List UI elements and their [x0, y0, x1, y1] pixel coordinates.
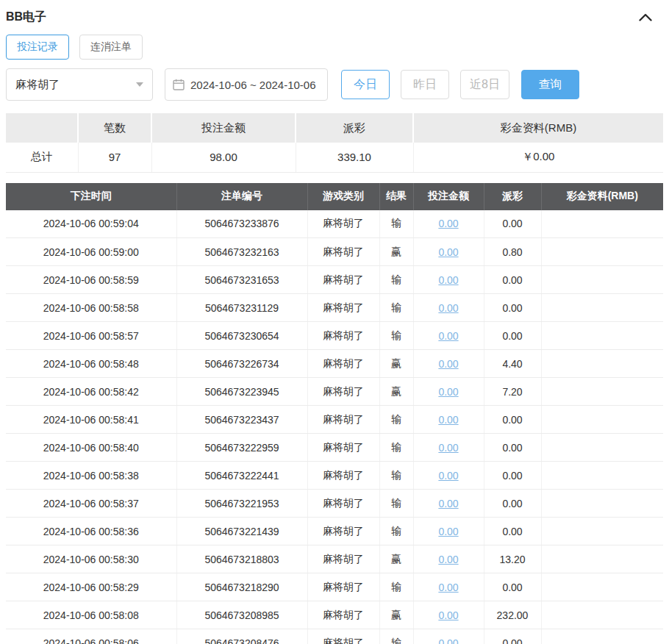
result-cell: 赢	[379, 601, 413, 629]
result-cell: 输	[379, 294, 413, 322]
column-header: 结果	[379, 183, 413, 210]
column-header: 投注金额	[413, 183, 484, 210]
bonus-cell	[541, 573, 663, 601]
result-cell: 输	[379, 406, 413, 434]
collapse-button[interactable]	[637, 8, 654, 26]
result-cell: 赢	[379, 545, 413, 573]
payout-cell: 0.80	[484, 238, 541, 266]
bet-time-cell: 2024-10-06 00:58:58	[6, 294, 176, 322]
bet-amount-link[interactable]: 0.00	[438, 330, 458, 342]
bet-amount-cell: 0.00	[413, 406, 484, 434]
bet-time-cell: 2024-10-06 00:59:04	[6, 210, 176, 238]
game-type-cell: 麻将胡了	[307, 434, 379, 462]
order-id-cell: 5064673223945	[176, 378, 307, 406]
bet-amount-cell: 0.00	[413, 518, 484, 545]
order-id-cell: 5064673208985	[176, 601, 307, 629]
bet-time-cell: 2024-10-06 00:58:06	[6, 629, 176, 644]
bet-amount-cell: 0.00	[413, 378, 484, 406]
column-header: 注单编号	[176, 183, 307, 210]
game-type-cell: 麻将胡了	[307, 629, 379, 644]
bet-amount-cell: 0.00	[413, 629, 484, 644]
result-cell: 赢	[379, 350, 413, 378]
bet-time-cell: 2024-10-06 00:58:29	[6, 573, 176, 601]
game-type-cell: 麻将胡了	[307, 210, 379, 238]
bet-amount-link[interactable]: 0.00	[438, 246, 458, 258]
table-row: 2024-10-06 00:58:585064673231129麻将胡了输0.0…	[6, 294, 663, 322]
table-row: 2024-10-06 00:58:375064673221953麻将胡了输0.0…	[6, 490, 663, 518]
game-type-cell: 麻将胡了	[307, 238, 379, 266]
summary-bet-amount: 98.00	[151, 143, 296, 172]
tab-bet-records[interactable]: 投注记录	[6, 35, 69, 60]
bet-amount-cell: 0.00	[413, 545, 484, 573]
game-type-selected-value: 麻将胡了	[15, 78, 60, 92]
column-header: 彩金资料(RMB)	[413, 113, 663, 143]
payout-cell: 0.00	[484, 406, 541, 434]
bet-amount-link[interactable]: 0.00	[438, 414, 458, 426]
table-row: 2024-10-06 00:58:085064673208985麻将胡了赢0.0…	[6, 601, 663, 629]
column-header: 派彩	[296, 113, 413, 143]
payout-cell: 4.40	[484, 350, 541, 378]
bet-amount-link[interactable]: 0.00	[438, 582, 458, 593]
table-row: 2024-10-06 00:58:595064673231653麻将胡了输0.0…	[6, 266, 663, 294]
last-8-days-button[interactable]: 近8日	[460, 70, 509, 99]
table-row: 2024-10-06 00:58:295064673218290麻将胡了输0.0…	[6, 573, 663, 601]
game-type-select[interactable]: 麻将胡了	[6, 68, 153, 101]
bet-amount-cell: 0.00	[413, 490, 484, 518]
bonus-cell	[541, 350, 663, 378]
bet-amount-link[interactable]: 0.00	[438, 358, 458, 370]
bonus-cell	[541, 238, 663, 266]
bet-time-cell: 2024-10-06 00:58:38	[6, 462, 176, 490]
table-row: 2024-10-06 00:58:485064673226734麻将胡了赢0.0…	[6, 350, 663, 378]
table-row: 2024-10-06 00:59:005064673232163麻将胡了赢0.0…	[6, 238, 663, 266]
column-header: 下注时间	[6, 183, 176, 210]
bet-amount-link[interactable]: 0.00	[438, 470, 458, 482]
summary-header-row: 笔数投注金额派彩彩金资料(RMB)	[6, 113, 663, 143]
bet-amount-link[interactable]: 0.00	[438, 526, 458, 537]
tab-bar: 投注记录 连消注单	[6, 35, 663, 60]
game-type-cell: 麻将胡了	[307, 406, 379, 434]
game-type-cell: 麻将胡了	[307, 294, 379, 322]
game-type-cell: 麻将胡了	[307, 462, 379, 490]
today-button[interactable]: 今日	[341, 70, 390, 99]
bet-amount-link[interactable]: 0.00	[438, 386, 458, 398]
payout-cell: 0.00	[484, 322, 541, 350]
bet-amount-link[interactable]: 0.00	[438, 498, 458, 509]
order-id-cell: 5064673222959	[176, 434, 307, 462]
calendar-icon	[173, 79, 185, 90]
table-row: 2024-10-06 00:58:405064673222959麻将胡了输0.0…	[6, 434, 663, 462]
bet-amount-link[interactable]: 0.00	[438, 442, 458, 454]
date-range-input[interactable]: 2024-10-06 ~ 2024-10-06	[165, 68, 328, 101]
bet-amount-cell: 0.00	[413, 573, 484, 601]
bonus-cell	[541, 629, 663, 644]
table-body: 2024-10-06 00:59:045064673233876麻将胡了输0.0…	[6, 210, 663, 644]
bet-time-cell: 2024-10-06 00:58:08	[6, 601, 176, 629]
summary-bonus: ￥0.00	[413, 143, 663, 172]
bet-time-cell: 2024-10-06 00:58:57	[6, 322, 176, 350]
bet-amount-cell: 0.00	[413, 238, 484, 266]
filter-bar: 麻将胡了 2024-10-06 ~ 2024-10-06 今日 昨日 近8日 查…	[6, 68, 663, 101]
search-button[interactable]: 查询	[521, 70, 579, 99]
summary-table: 笔数投注金额派彩彩金资料(RMB) 总计 97 98.00 339.10 ￥0.…	[6, 113, 663, 173]
bet-amount-cell: 0.00	[413, 601, 484, 629]
bet-amount-link[interactable]: 0.00	[438, 637, 458, 644]
bonus-cell	[541, 545, 663, 573]
payout-cell: 0.00	[484, 518, 541, 545]
payout-cell: 0.00	[484, 266, 541, 294]
result-cell: 赢	[379, 378, 413, 406]
bet-amount-link[interactable]: 0.00	[438, 609, 458, 621]
bet-amount-link[interactable]: 0.00	[438, 218, 458, 229]
game-type-cell: 麻将胡了	[307, 601, 379, 629]
result-cell: 输	[379, 462, 413, 490]
bet-amount-link[interactable]: 0.00	[438, 302, 458, 314]
table-row: 2024-10-06 00:58:065064673208476麻将胡了输0.0…	[6, 629, 663, 644]
tab-cancelled-orders[interactable]: 连消注单	[79, 35, 143, 60]
order-id-cell: 5064673218290	[176, 573, 307, 601]
column-header: 彩金资料(RMB)	[541, 183, 663, 210]
bet-amount-link[interactable]: 0.00	[438, 274, 458, 286]
bet-records-table: 下注时间注单编号游戏类别结果投注金额派彩彩金资料(RMB) 2024-10-06…	[6, 183, 663, 644]
yesterday-button[interactable]: 昨日	[401, 70, 449, 99]
bet-amount-cell: 0.00	[413, 462, 484, 490]
bet-amount-cell: 0.00	[413, 322, 484, 350]
bet-amount-cell: 0.00	[413, 350, 484, 378]
bet-amount-link[interactable]: 0.00	[438, 554, 458, 565]
